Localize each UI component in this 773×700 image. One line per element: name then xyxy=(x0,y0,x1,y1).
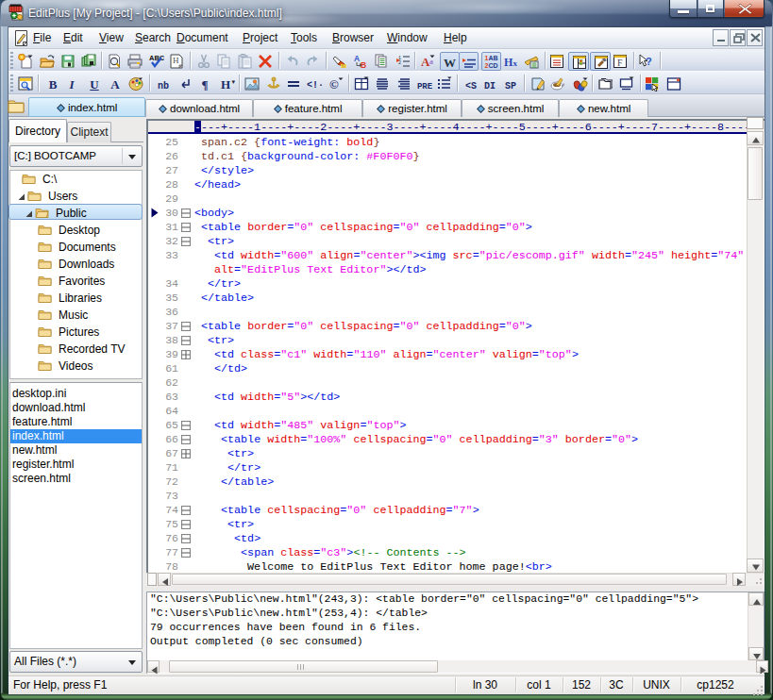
svg-text:2: 2 xyxy=(398,60,401,66)
svg-text:<!·: <!· xyxy=(307,80,322,91)
svg-text:?: ? xyxy=(646,56,652,67)
svg-text:©: © xyxy=(329,77,339,92)
svg-text:H: H xyxy=(173,56,179,65)
svg-text:B: B xyxy=(361,60,366,69)
svg-text:A: A xyxy=(354,54,360,63)
svg-text:F: F xyxy=(617,58,623,68)
svg-text:a: a xyxy=(429,57,433,66)
